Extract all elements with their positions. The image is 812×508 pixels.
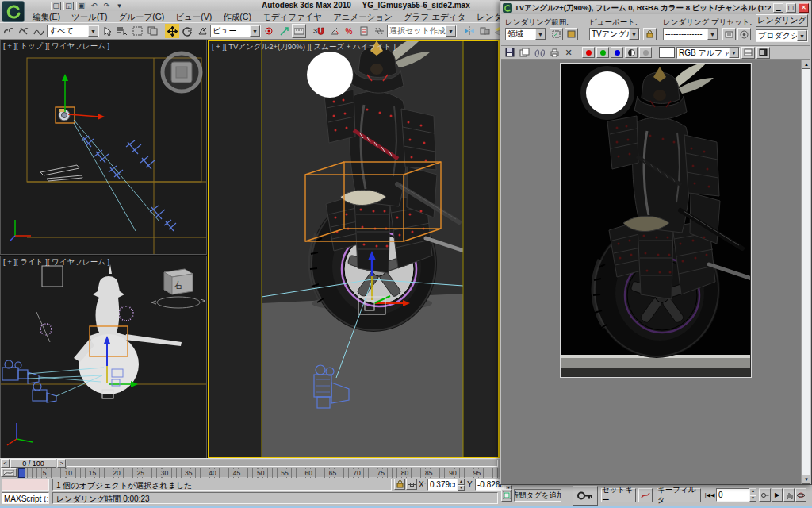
- print-image-icon[interactable]: [548, 47, 561, 58]
- time-slider-thumb[interactable]: 0 / 100: [10, 459, 56, 468]
- mini-curve-editor-icon[interactable]: [1, 468, 17, 477]
- select-by-name-icon[interactable]: [115, 24, 129, 38]
- new-file-icon[interactable]: ▢: [51, 2, 61, 10]
- red-channel-icon[interactable]: [582, 47, 595, 58]
- time-tag-icon[interactable]: [501, 489, 512, 502]
- clone-image-icon[interactable]: [518, 47, 530, 58]
- named-selection-sets-dropdown[interactable]: 選択セット作成▼: [387, 25, 457, 37]
- x-spinner[interactable]: ▲▼: [458, 479, 465, 491]
- viewport-camera-label[interactable]: [ + ][ TVアングル2+(刀90%) ][ スムーズ + ハイライト ]: [212, 42, 396, 52]
- clear-image-icon[interactable]: ✕: [562, 47, 575, 58]
- quickbar-more-icon[interactable]: ▾: [114, 2, 124, 10]
- viewport-camera[interactable]: [ + ][ TVアングル2+(刀90%) ][ スムーズ + ハイライト ]: [208, 40, 500, 459]
- menu-item-1[interactable]: ツール(T): [66, 11, 113, 22]
- menu-item-7[interactable]: グラフ エディタ: [398, 11, 471, 22]
- menu-item-4[interactable]: 作成(C): [217, 11, 257, 22]
- save-channels-icon[interactable]: [532, 47, 546, 58]
- go-to-start-button[interactable]: |◀◀: [703, 489, 716, 502]
- menu-item-5[interactable]: モディファイヤ: [257, 11, 327, 22]
- render-scrollbar[interactable]: ▲ ▼: [801, 60, 810, 484]
- toggle-ui-icon[interactable]: [756, 47, 770, 59]
- render-setup-icon[interactable]: [722, 28, 736, 40]
- menu-item-2[interactable]: グループ(G): [113, 11, 170, 22]
- track-bar[interactable]: 5101520253035404550556065707580859095: [0, 468, 500, 477]
- channel-display-dropdown[interactable]: RGB アルファ▼: [676, 47, 740, 59]
- menu-item-6[interactable]: アニメーション: [327, 11, 398, 22]
- app-logo-icon[interactable]: [2, 1, 25, 22]
- percent-snap-icon[interactable]: %: [342, 24, 356, 38]
- minimize-icon[interactable]: ▁: [773, 3, 783, 13]
- key-mode-toggle-icon[interactable]: [759, 488, 771, 502]
- auto-region-icon[interactable]: [565, 28, 578, 40]
- undo-icon[interactable]: ↶: [89, 2, 99, 10]
- time-slider-track[interactable]: [67, 460, 498, 467]
- select-scale-tool[interactable]: [195, 24, 209, 38]
- blue-channel-icon[interactable]: [611, 47, 623, 58]
- unlink-icon[interactable]: [17, 24, 31, 38]
- moon-sphere[interactable]: [307, 52, 353, 98]
- frame-spinner[interactable]: ▲▼: [749, 488, 756, 502]
- layer-toggle-icon[interactable]: [741, 47, 755, 59]
- render-button[interactable]: レンダリング: [756, 14, 808, 27]
- previous-frame-button[interactable]: <: [1, 459, 10, 468]
- save-file-icon[interactable]: ▣: [76, 2, 86, 10]
- absolute-offset-toggle-icon[interactable]: [406, 479, 417, 490]
- scroll-down-icon[interactable]: ▼: [802, 475, 810, 484]
- edit-region-icon[interactable]: [550, 28, 563, 40]
- close-icon[interactable]: ✕: [799, 3, 809, 13]
- background-color-swatch[interactable]: [659, 47, 675, 58]
- snap-toggle-3d-icon[interactable]: 3: [312, 24, 326, 38]
- current-frame-marker[interactable]: [18, 468, 25, 478]
- render-preset-dropdown[interactable]: --------------▼: [663, 28, 718, 40]
- window-crossing-icon[interactable]: [145, 24, 159, 38]
- angle-snap-icon[interactable]: [327, 24, 341, 38]
- open-file-icon[interactable]: ◱: [63, 2, 74, 10]
- select-object-icon[interactable]: [100, 24, 114, 38]
- viewport-top-label[interactable]: [ + ][ トップ ][ ワイヤフレーム ]: [3, 41, 109, 52]
- default-in-out-tangent-icon[interactable]: [638, 488, 653, 502]
- keyboard-override-icon[interactable]: [292, 24, 306, 38]
- menu-item-8[interactable]: レンダリング(R): [471, 11, 500, 22]
- render-viewport-dropdown[interactable]: TVアングル2+(刀9(▼: [589, 28, 640, 40]
- current-frame-field[interactable]: [716, 488, 749, 502]
- select-link-icon[interactable]: [2, 24, 16, 38]
- viewport-top[interactable]: [ + ][ トップ ][ ワイヤフレーム ]: [0, 40, 207, 255]
- maxscript-macro-recorder[interactable]: [2, 479, 49, 491]
- key-filters-button[interactable]: キーフィルタ...: [657, 488, 701, 502]
- rect-selection-region-icon[interactable]: [130, 24, 144, 38]
- viewcube[interactable]: [163, 53, 201, 91]
- viewport-light-label[interactable]: [ + ][ ライト ][ ワイヤフレーム ]: [3, 257, 109, 267]
- mirror-icon[interactable]: [462, 24, 477, 38]
- maxscript-listener[interactable]: MAXScript によう: [2, 492, 49, 504]
- scroll-up-icon[interactable]: ▲: [802, 60, 810, 69]
- use-pivot-center-icon[interactable]: [262, 24, 276, 38]
- render-mode-dropdown[interactable]: プロダクション▼: [756, 29, 808, 42]
- green-channel-icon[interactable]: [596, 47, 609, 58]
- rendered-image[interactable]: [561, 64, 750, 376]
- viewport-light[interactable]: [ + ][ ライト ][ ワイヤフレーム ]: [0, 256, 207, 459]
- set-key-mode-button[interactable]: セットキー: [601, 488, 636, 502]
- next-frame-button[interactable]: >: [57, 459, 66, 468]
- add-time-tag-button[interactable]: 時間タグを追加: [514, 489, 561, 502]
- selection-filter-dropdown[interactable]: すべて▼: [47, 25, 99, 37]
- redo-icon[interactable]: ↷: [102, 2, 112, 10]
- pan-hand-icon[interactable]: [783, 488, 795, 502]
- selection-lock-icon[interactable]: [394, 479, 405, 490]
- x-coordinate-field[interactable]: [427, 479, 458, 491]
- render-window-titlebar[interactable]: TVアングル2+(刀90%), フレーム 0, RGBA カラー 8 ビット/チ…: [501, 2, 810, 14]
- maximize-icon[interactable]: ▢: [786, 3, 796, 13]
- render-frame-window[interactable]: TVアングル2+(刀90%), フレーム 0, RGBA カラー 8 ビット/チ…: [500, 0, 812, 485]
- set-keys-big-button[interactable]: [573, 486, 598, 506]
- menu-item-0[interactable]: 編集(E): [27, 11, 66, 22]
- select-manipulate-icon[interactable]: [277, 24, 291, 38]
- select-move-tool[interactable]: [165, 24, 179, 38]
- select-rotate-tool[interactable]: [180, 24, 194, 38]
- spinner-snap-icon[interactable]: [357, 24, 371, 38]
- orbit-icon[interactable]: [795, 488, 806, 502]
- play-button[interactable]: ▶: [772, 488, 783, 502]
- alpha-channel-icon[interactable]: [639, 47, 652, 58]
- monochrome-icon[interactable]: [625, 47, 638, 58]
- render-range-dropdown[interactable]: 領域▼: [505, 28, 546, 40]
- environment-icon[interactable]: [737, 28, 751, 40]
- menu-item-3[interactable]: ビュー(V): [170, 11, 217, 22]
